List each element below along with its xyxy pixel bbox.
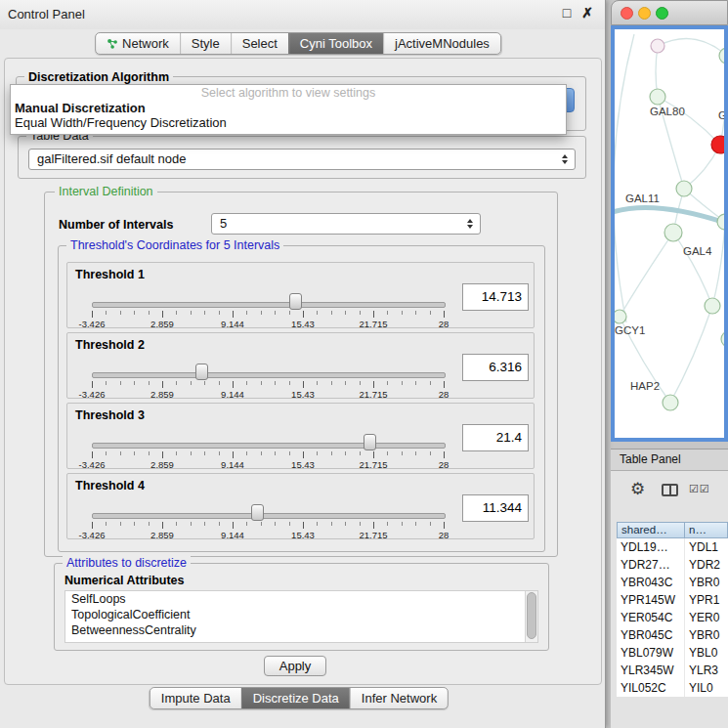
dropdown-options: Manual DiscretizationEqual Width/Frequen… bbox=[11, 101, 566, 130]
network-edge[interactable] bbox=[615, 208, 724, 227]
network-node[interactable] bbox=[676, 181, 692, 196]
checkbox-icons[interactable]: ☑☑ bbox=[689, 483, 710, 495]
zoom-traffic-light[interactable] bbox=[656, 7, 668, 20]
slider-thumb[interactable] bbox=[195, 364, 208, 380]
slider-ticks bbox=[92, 381, 445, 388]
node-label-gal4: GAL4 bbox=[683, 245, 712, 257]
network-node[interactable] bbox=[705, 298, 720, 314]
table-data-combobox[interactable]: galFiltered.sif default node bbox=[28, 149, 576, 170]
tab-cyni-toolbox[interactable]: Cyni Toolbox bbox=[288, 33, 383, 54]
dropdown-option-manual-discretization[interactable]: Manual Discretization bbox=[11, 101, 566, 115]
network-window-titlebar[interactable] bbox=[611, 0, 728, 25]
tab-discretize-data[interactable]: Discretize Data bbox=[241, 688, 350, 708]
tab-label: Impute Data bbox=[161, 691, 231, 706]
table-row[interactable]: YDR27…YDR2 bbox=[617, 556, 728, 574]
slider-thumb[interactable] bbox=[251, 504, 264, 521]
network-node[interactable] bbox=[663, 395, 678, 410]
attribute-item-betweennesscentrality[interactable]: BetweennessCentrality bbox=[65, 622, 537, 638]
tab-network[interactable]: Network bbox=[96, 33, 180, 54]
attribute-item-topologicalcoefficient[interactable]: TopologicalCoefficient bbox=[65, 607, 537, 622]
close-traffic-light[interactable] bbox=[621, 7, 633, 20]
tab-label: Infer Network bbox=[362, 691, 437, 706]
column-header-shared-name[interactable]: shared… bbox=[617, 522, 685, 538]
tab-impute-data[interactable]: Impute Data bbox=[150, 688, 241, 708]
algorithm-dropdown-popup: Select algorithm to view settings Manual… bbox=[10, 84, 567, 135]
network-edge[interactable] bbox=[673, 233, 712, 306]
attributes-list-scrollbar[interactable] bbox=[525, 591, 537, 642]
dropdown-placeholder-option[interactable]: Select algorithm to view settings bbox=[11, 85, 566, 101]
cell-name: YIL0 bbox=[685, 679, 728, 697]
table-row[interactable]: YDL19…YDL1 bbox=[617, 538, 728, 556]
network-node[interactable] bbox=[711, 136, 724, 153]
table-row[interactable]: YBR045CYBR0 bbox=[617, 626, 728, 644]
gear-icon[interactable]: ⚙ bbox=[630, 479, 645, 499]
close-window-icon[interactable]: ✗ bbox=[581, 5, 593, 21]
cell-shared-name: YBL079W bbox=[617, 644, 685, 662]
column-header-name[interactable]: n… bbox=[685, 522, 728, 538]
network-edge[interactable] bbox=[620, 233, 673, 317]
slider-thumb[interactable] bbox=[289, 293, 302, 310]
number-of-intervals-combobox[interactable]: 5 bbox=[211, 213, 481, 235]
table-row[interactable]: YBR043CYBR0 bbox=[617, 574, 728, 591]
network-node[interactable] bbox=[721, 331, 724, 347]
tab-select[interactable]: Select bbox=[231, 33, 288, 54]
slider-ticks bbox=[92, 522, 445, 529]
network-edge[interactable] bbox=[720, 56, 724, 145]
scrollbar-thumb[interactable] bbox=[527, 592, 536, 639]
threshold-value-field[interactable]: 21.4 bbox=[462, 424, 529, 451]
top-tab-bar: NetworkStyleSelectCyni ToolboxjActiveMNo… bbox=[95, 32, 501, 55]
slider-track[interactable] bbox=[92, 513, 446, 519]
network-node[interactable] bbox=[651, 39, 664, 53]
cell-shared-name: YPR145W bbox=[617, 591, 685, 609]
desktop: Control Panel □ ✗ NetworkStyleSelectCyni… bbox=[0, 0, 728, 728]
network-edge[interactable] bbox=[658, 38, 724, 56]
slider-scale-labels: -3.4262.8599.14415.4321.71528 bbox=[92, 459, 445, 470]
minimize-traffic-light[interactable] bbox=[638, 7, 651, 20]
cell-shared-name: YBR043C bbox=[617, 574, 685, 591]
columns-icon[interactable] bbox=[662, 484, 678, 496]
threshold-label: Threshold 4 bbox=[75, 479, 145, 492]
attribute-item-selfloops[interactable]: SelfLoops bbox=[65, 591, 537, 607]
table-row[interactable]: YER054CYER0 bbox=[617, 609, 728, 626]
network-view-window: GAL80GAGAL11GAL4GCY1HAP2 bbox=[611, 0, 728, 442]
table-row[interactable]: YBL079WYBL0 bbox=[617, 644, 728, 662]
dropdown-option-equal-width-frequency-discretization[interactable]: Equal Width/Frequency Discretization bbox=[11, 115, 566, 130]
threshold-value-field[interactable]: 11.344 bbox=[462, 494, 529, 522]
tab-label: Cyni Toolbox bbox=[300, 36, 372, 51]
table-row[interactable]: YIL052CYIL0 bbox=[617, 679, 728, 697]
threshold-value-field[interactable]: 6.316 bbox=[462, 354, 529, 381]
slider-scale-labels: -3.4262.8599.14415.4321.71528 bbox=[92, 319, 445, 329]
cell-shared-name: YDR27… bbox=[617, 556, 685, 574]
cell-name: YPR1 bbox=[685, 591, 728, 609]
tab-jactivemnodules[interactable]: jActiveMNodules bbox=[383, 33, 500, 54]
table-row[interactable]: YLR345WYLR3 bbox=[617, 662, 728, 679]
slider-thumb[interactable] bbox=[364, 434, 376, 450]
network-node[interactable] bbox=[650, 89, 665, 105]
tab-infer-network[interactable]: Infer Network bbox=[350, 688, 448, 708]
network-edge[interactable] bbox=[615, 34, 634, 322]
combo-arrows-icon bbox=[562, 154, 568, 164]
table-row[interactable]: YPR145WYPR1 bbox=[617, 591, 728, 609]
apply-button[interactable]: Apply bbox=[264, 656, 326, 676]
attributes-list: SelfLoopsTopologicalCoefficientBetweenne… bbox=[64, 590, 538, 643]
network-canvas[interactable]: GAL80GAGAL11GAL4GCY1HAP2 bbox=[611, 25, 728, 442]
table-data-selected-value: galFiltered.sif default node bbox=[37, 151, 186, 166]
float-window-icon[interactable]: □ bbox=[563, 5, 571, 21]
network-edge[interactable] bbox=[712, 222, 724, 306]
table-panel-body: ⚙ ☑☑ shared… n… YDL19…YDL1YDR27…YDR2YBR0… bbox=[611, 471, 728, 728]
control-panel-titlebar[interactable]: Control Panel □ ✗ bbox=[0, 0, 605, 29]
tab-style[interactable]: Style bbox=[180, 33, 231, 54]
network-node[interactable] bbox=[615, 310, 626, 323]
slider-track[interactable] bbox=[92, 443, 446, 449]
threshold-value-field[interactable]: 14.713 bbox=[462, 283, 529, 311]
cell-name: YDL1 bbox=[685, 538, 728, 556]
threshold-panel-1: Threshold 1-3.4262.8599.14415.4321.71528… bbox=[66, 262, 535, 328]
table-panel-titlebar[interactable]: Table Panel bbox=[611, 449, 728, 471]
tab-label: jActiveMNodules bbox=[395, 36, 490, 51]
node-label-gcy1: GCY1 bbox=[615, 324, 645, 336]
network-node[interactable] bbox=[664, 224, 682, 241]
network-edge[interactable] bbox=[670, 306, 712, 403]
slider-track[interactable] bbox=[92, 302, 446, 308]
slider-track[interactable] bbox=[92, 372, 446, 378]
network-edge[interactable] bbox=[658, 97, 720, 145]
